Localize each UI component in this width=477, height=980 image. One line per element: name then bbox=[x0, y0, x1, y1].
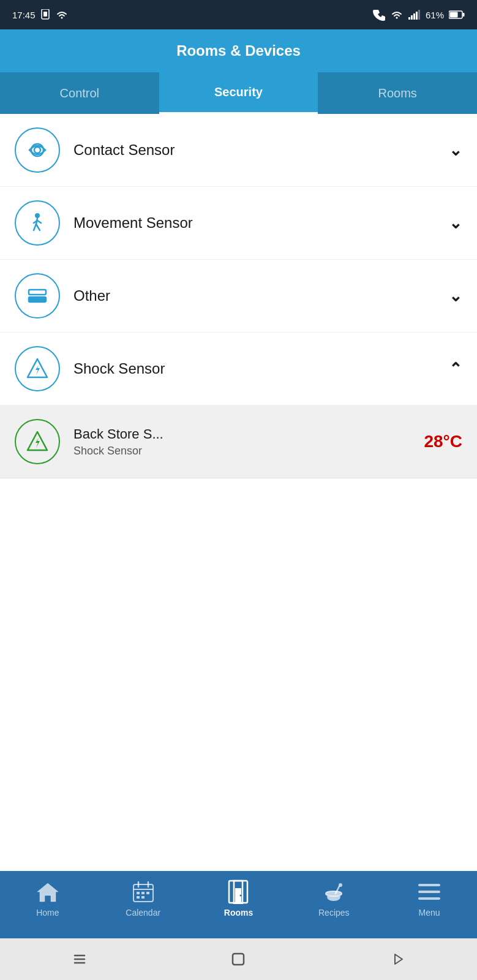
svg-rect-27 bbox=[141, 892, 145, 894]
system-recent-button[interactable] bbox=[389, 951, 406, 968]
back-store-name: Back Store S... bbox=[73, 426, 418, 442]
contact-sensor-chevron: ⌄ bbox=[449, 141, 462, 160]
back-store-temp: 28°C bbox=[424, 432, 462, 451]
svg-rect-8 bbox=[418, 10, 420, 20]
menu-icon bbox=[417, 880, 441, 904]
svg-rect-43 bbox=[233, 954, 244, 965]
back-store-icon bbox=[15, 419, 60, 464]
svg-point-13 bbox=[34, 147, 40, 153]
svg-rect-4 bbox=[408, 17, 410, 20]
svg-point-34 bbox=[240, 895, 242, 897]
shock-sensor-chevron: ⌃ bbox=[449, 360, 462, 379]
contact-sensor-svg bbox=[24, 137, 51, 164]
svg-rect-37 bbox=[418, 884, 440, 886]
sim-icon bbox=[40, 9, 50, 20]
tab-control[interactable]: Control bbox=[0, 72, 159, 114]
tab-security[interactable]: Security bbox=[159, 72, 318, 114]
system-nav-bar bbox=[0, 938, 477, 980]
recipes-label: Recipes bbox=[318, 908, 350, 918]
status-right: 61% bbox=[373, 9, 465, 21]
calendar-label: Calendar bbox=[126, 908, 160, 918]
system-back-button[interactable] bbox=[71, 951, 88, 968]
movement-sensor-icon bbox=[15, 200, 60, 246]
svg-rect-5 bbox=[411, 15, 413, 20]
svg-rect-26 bbox=[137, 892, 140, 894]
calendar-icon bbox=[131, 880, 156, 904]
svg-rect-38 bbox=[418, 891, 440, 893]
svg-rect-30 bbox=[141, 896, 145, 899]
other-svg bbox=[24, 282, 51, 309]
movement-sensor-row[interactable]: Movement Sensor ⌄ bbox=[0, 187, 477, 260]
svg-point-36 bbox=[339, 883, 342, 887]
battery-icon bbox=[449, 10, 465, 19]
battery-percent: 61% bbox=[426, 10, 444, 20]
svg-line-16 bbox=[34, 224, 36, 230]
time: 17:45 bbox=[12, 10, 36, 20]
contact-sensor-row[interactable]: Contact Sensor ⌄ bbox=[0, 114, 477, 187]
rooms-label: Rooms bbox=[224, 908, 253, 918]
nav-calendar[interactable]: Calendar bbox=[96, 880, 191, 918]
svg-rect-39 bbox=[418, 897, 440, 900]
system-home-button[interactable] bbox=[230, 951, 247, 968]
movement-sensor-chevron: ⌄ bbox=[449, 214, 462, 233]
bottom-nav: Home Calendar bbox=[0, 871, 477, 938]
other-icon bbox=[15, 273, 60, 318]
svg-rect-20 bbox=[29, 290, 46, 295]
wifi-icon bbox=[55, 10, 69, 20]
shock-sensor-row[interactable]: Shock Sensor ⌃ bbox=[0, 333, 477, 405]
wifi-signal-icon bbox=[390, 10, 404, 20]
back-store-svg bbox=[24, 428, 51, 455]
nav-rooms[interactable]: Rooms bbox=[191, 880, 287, 918]
svg-rect-29 bbox=[137, 896, 140, 899]
back-store-sub-item[interactable]: Back Store S... Shock Sensor 28°C bbox=[0, 405, 477, 478]
tab-rooms[interactable]: Rooms bbox=[318, 72, 477, 114]
tab-bar: Control Security Rooms bbox=[0, 72, 477, 114]
shock-sensor-svg bbox=[24, 355, 51, 382]
app-header: Rooms & Devices bbox=[0, 29, 477, 72]
svg-point-3 bbox=[396, 17, 397, 19]
svg-rect-11 bbox=[450, 12, 458, 18]
svg-rect-1 bbox=[43, 12, 47, 17]
nav-recipes[interactable]: Recipes bbox=[286, 880, 381, 918]
status-left: 17:45 bbox=[12, 9, 69, 20]
contact-sensor-icon bbox=[15, 127, 60, 173]
back-store-info: Back Store S... Shock Sensor bbox=[73, 426, 418, 458]
status-bar: 17:45 61% bbox=[0, 0, 477, 29]
nav-home[interactable]: Home bbox=[0, 880, 96, 918]
contact-sensor-label: Contact Sensor bbox=[73, 141, 443, 159]
recipes-icon bbox=[321, 880, 346, 904]
svg-line-17 bbox=[36, 224, 40, 230]
other-chevron: ⌄ bbox=[449, 287, 462, 306]
svg-rect-6 bbox=[413, 13, 415, 20]
phone-icon bbox=[373, 9, 385, 21]
home-label: Home bbox=[36, 908, 59, 918]
nav-menu[interactable]: Menu bbox=[381, 880, 477, 918]
svg-point-2 bbox=[61, 17, 62, 19]
signal-bars-icon bbox=[408, 10, 421, 20]
svg-rect-7 bbox=[416, 12, 418, 20]
svg-rect-21 bbox=[29, 297, 46, 302]
other-row[interactable]: Other ⌄ bbox=[0, 260, 477, 333]
shock-sensor-icon bbox=[15, 346, 60, 391]
svg-line-19 bbox=[37, 221, 41, 223]
home-icon bbox=[36, 880, 60, 904]
movement-sensor-svg bbox=[24, 209, 51, 236]
other-label: Other bbox=[73, 287, 443, 304]
header-title: Rooms & Devices bbox=[176, 42, 301, 59]
movement-sensor-label: Movement Sensor bbox=[73, 214, 443, 232]
content-area: Contact Sensor ⌄ Movement Sensor ⌄ bbox=[0, 114, 477, 871]
rooms-icon bbox=[226, 880, 250, 904]
svg-rect-10 bbox=[463, 13, 465, 17]
back-store-type: Shock Sensor bbox=[73, 445, 418, 458]
menu-label: Menu bbox=[419, 908, 440, 918]
svg-rect-28 bbox=[146, 892, 149, 894]
shock-sensor-label: Shock Sensor bbox=[73, 360, 443, 377]
